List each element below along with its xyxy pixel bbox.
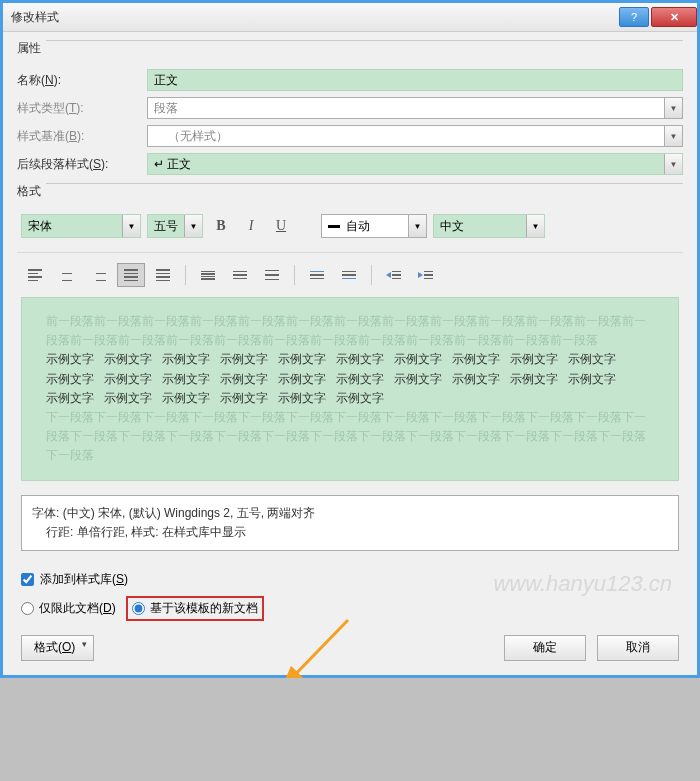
- preview-before: 前一段落前一段落前一段落前一段落前一段落前一段落前一段落前一段落前一段落前一段落…: [46, 312, 654, 350]
- styletype-select: 段落▼: [147, 97, 683, 119]
- properties-section: 属性 名称(N): 样式类型(T): 段落▼ 样式基准(B): （无样式）▼ 后…: [17, 40, 683, 175]
- line-spacing-2-button[interactable]: [258, 263, 286, 287]
- preview-sample: 示例文字示例文字示例文字示例文字示例文字示例文字示例文字示例文字示例文字示例文字…: [46, 350, 654, 408]
- lang-select[interactable]: 中文▼: [433, 214, 545, 238]
- para-space-inc-button[interactable]: [303, 263, 331, 287]
- align-left-icon: [28, 269, 42, 281]
- line-spacing-icon: [265, 270, 279, 281]
- line-spacing-1-button[interactable]: [194, 263, 222, 287]
- add-to-gallery-label[interactable]: 添加到样式库(S): [40, 571, 128, 588]
- name-label: 名称(N):: [17, 72, 147, 89]
- para-space-icon: [310, 271, 324, 280]
- only-this-doc-label[interactable]: 仅限此文档(D): [21, 600, 116, 617]
- line-spacing-icon: [233, 271, 247, 280]
- bold-button[interactable]: B: [209, 214, 233, 238]
- size-select[interactable]: 五号▼: [147, 214, 203, 238]
- cancel-button[interactable]: 取消: [597, 635, 679, 661]
- format-legend: 格式: [17, 183, 46, 200]
- following-select[interactable]: ↵ 正文▼: [147, 153, 683, 175]
- modify-style-dialog: 修改样式 ? ✕ 属性 名称(N): 样式类型(T): 段落▼ 样式基准(B):…: [0, 0, 700, 678]
- chevron-down-icon[interactable]: ▼: [184, 215, 202, 237]
- preview-after: 下一段落下一段落下一段落下一段落下一段落下一段落下一段落下一段落下一段落下一段落…: [46, 408, 654, 466]
- para-space-icon: [342, 271, 356, 280]
- chevron-down-icon: ▼: [664, 98, 682, 118]
- align-distribute-button[interactable]: [149, 263, 177, 287]
- font-select[interactable]: 宋体▼: [21, 214, 141, 238]
- align-left-button[interactable]: [21, 263, 49, 287]
- dialog-title: 修改样式: [11, 9, 59, 26]
- chevron-down-icon: ▼: [664, 126, 682, 146]
- align-distribute-icon: [156, 269, 170, 281]
- ok-button[interactable]: 确定: [504, 635, 586, 661]
- align-right-icon: [92, 269, 106, 281]
- chevron-down-icon[interactable]: ▼: [122, 215, 140, 237]
- chevron-down-icon[interactable]: ▼: [408, 215, 426, 237]
- indent-dec-icon: [386, 269, 402, 281]
- new-docs-radio[interactable]: [132, 602, 145, 615]
- underline-button[interactable]: U: [269, 214, 293, 238]
- format-section: 格式 宋体▼ 五号▼ B I U 自动▼ 中文▼: [17, 183, 683, 551]
- titlebar: 修改样式 ? ✕: [3, 3, 697, 32]
- line-spacing-15-button[interactable]: [226, 263, 254, 287]
- desc-line1: 字体: (中文) 宋体, (默认) Wingdings 2, 五号, 两端对齐: [32, 504, 668, 523]
- para-space-dec-button[interactable]: [335, 263, 363, 287]
- preview-box: 前一段落前一段落前一段落前一段落前一段落前一段落前一段落前一段落前一段落前一段落…: [21, 297, 679, 481]
- line-spacing-icon: [201, 271, 215, 280]
- format-menu-button[interactable]: 格式(O): [21, 635, 94, 661]
- indent-inc-icon: [418, 269, 434, 281]
- align-center-button[interactable]: [53, 263, 81, 287]
- basedon-select: （无样式）▼: [147, 125, 683, 147]
- style-description: 字体: (中文) 宋体, (默认) Wingdings 2, 五号, 两端对齐 …: [21, 495, 679, 551]
- styletype-label: 样式类型(T):: [17, 100, 147, 117]
- indent-dec-button[interactable]: [380, 263, 408, 287]
- name-input[interactable]: [147, 69, 683, 91]
- italic-button[interactable]: I: [239, 214, 263, 238]
- close-button[interactable]: ✕: [651, 7, 697, 27]
- highlighted-option: 基于该模板的新文档: [126, 596, 264, 621]
- only-this-doc-radio[interactable]: [21, 602, 34, 615]
- properties-legend: 属性: [17, 40, 46, 57]
- help-button[interactable]: ?: [619, 7, 649, 27]
- indent-inc-button[interactable]: [412, 263, 440, 287]
- chevron-down-icon[interactable]: ▼: [664, 154, 682, 174]
- add-to-gallery-checkbox[interactable]: [21, 573, 34, 586]
- align-justify-icon: [124, 269, 138, 281]
- chevron-down-icon[interactable]: ▼: [526, 215, 544, 237]
- new-docs-label[interactable]: 基于该模板的新文档: [132, 600, 258, 617]
- desc-line2: 行距: 单倍行距, 样式: 在样式库中显示: [32, 523, 668, 542]
- following-label: 后续段落样式(S):: [17, 156, 147, 173]
- align-center-icon: [60, 269, 74, 281]
- align-justify-button[interactable]: [117, 263, 145, 287]
- color-select[interactable]: 自动▼: [321, 214, 427, 238]
- align-right-button[interactable]: [85, 263, 113, 287]
- basedon-label: 样式基准(B):: [17, 128, 147, 145]
